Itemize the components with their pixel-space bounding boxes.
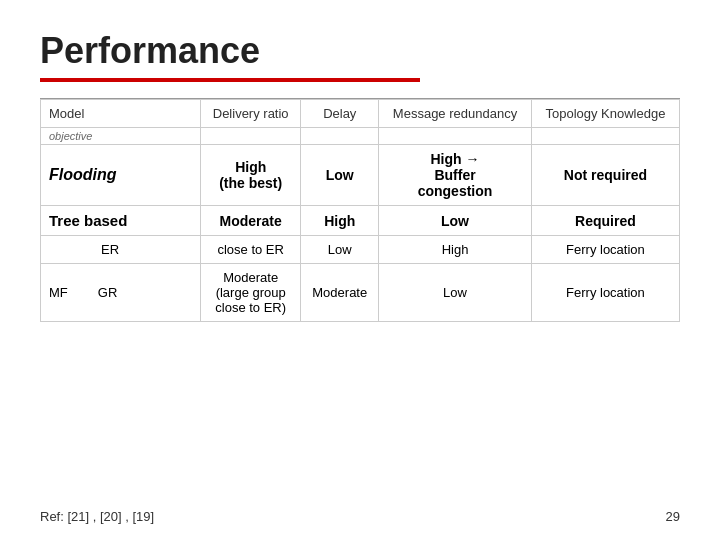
tree-model: Tree based	[41, 206, 201, 236]
tree-redundancy: Low	[379, 206, 532, 236]
performance-table: Model Delivery ratio Delay Message redun…	[40, 99, 680, 322]
objective-topology	[531, 128, 679, 145]
table-header-row: Model Delivery ratio Delay Message redun…	[41, 100, 680, 128]
header-delivery-ratio: Delivery ratio	[201, 100, 301, 128]
header-message-redundancy: Message redundancy	[379, 100, 532, 128]
mf-label: MF	[49, 285, 68, 300]
gr-model: MF GR	[41, 264, 201, 322]
flooding-topology: Not required	[531, 145, 679, 206]
tree-row: Tree based Moderate High Low Required	[41, 206, 680, 236]
objective-label: objective	[41, 128, 201, 145]
er-redundancy: High	[379, 236, 532, 264]
er-model: ER	[41, 236, 201, 264]
er-topology: Ferry location	[531, 236, 679, 264]
er-row: ER close to ER Low High Ferry location	[41, 236, 680, 264]
gr-redundancy: Low	[379, 264, 532, 322]
tree-delivery: Moderate	[201, 206, 301, 236]
tree-topology: Required	[531, 206, 679, 236]
objective-delay	[301, 128, 379, 145]
flooding-row: Flooding High(the best) Low High →Buffer…	[41, 145, 680, 206]
flooding-delivery: High(the best)	[201, 145, 301, 206]
footer-ref: Ref: [21] , [20] , [19]	[40, 509, 154, 524]
objective-row: objective	[41, 128, 680, 145]
flooding-delay: Low	[301, 145, 379, 206]
flooding-model: Flooding	[41, 145, 201, 206]
gr-label: GR	[98, 285, 118, 300]
er-delivery: close to ER	[201, 236, 301, 264]
gr-delivery: Moderate(large groupclose to ER)	[201, 264, 301, 322]
red-underline	[40, 78, 420, 82]
page-number: 29	[666, 509, 680, 524]
gr-delay: Moderate	[301, 264, 379, 322]
gr-topology: Ferry location	[531, 264, 679, 322]
header-topology: Topology Knowledge	[531, 100, 679, 128]
header-delay: Delay	[301, 100, 379, 128]
tree-delay: High	[301, 206, 379, 236]
header-model: Model	[41, 100, 201, 128]
er-delay: Low	[301, 236, 379, 264]
gr-row: MF GR Moderate(large groupclose to ER) M…	[41, 264, 680, 322]
objective-redundancy	[379, 128, 532, 145]
page-title: Performance	[40, 30, 680, 72]
flooding-redundancy: High →Buffercongestion	[379, 145, 532, 206]
objective-delivery	[201, 128, 301, 145]
slide: Performance Model Delivery ratio Delay M…	[0, 0, 720, 540]
